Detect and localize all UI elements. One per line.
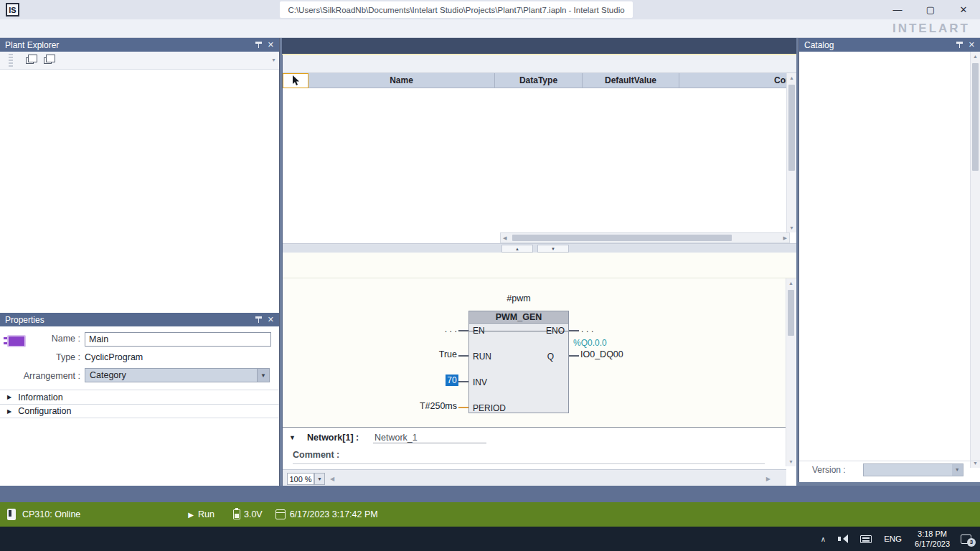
run-state: Run [198,509,215,519]
zoom-dropdown-icon[interactable]: ▼ [314,473,325,485]
title-bar: IS C:\Users\SilkRoadNb\Documents\Intelar… [0,0,980,19]
scroll-up-icon[interactable]: ▲ [786,278,796,288]
scroll-up-icon[interactable]: ▲ [971,52,980,61]
scroll-left-icon[interactable]: ◀ [503,235,507,241]
overflow-icon[interactable]: ▼ [271,57,276,62]
scroll-up-icon[interactable]: ▲ [787,73,796,83]
pwm-gen-block[interactable]: PWM_GEN EN RUN INV PERIOD ENO Q [468,311,569,413]
table-hscrollbar[interactable]: ◀ ▶ [500,232,790,243]
type-label: Type : [0,352,80,362]
select-mode-cell[interactable] [283,73,308,88]
project-tree [0,70,279,313]
pin-eno: ENO [546,326,565,336]
notification-icon[interactable]: 3 [961,534,971,544]
run-operand[interactable]: True [423,349,457,359]
section-information[interactable]: ▶Information [0,390,279,404]
scroll-left-icon[interactable]: ◀ [330,476,334,482]
catalog-scrollbar[interactable]: ▲ ▼ [970,52,980,468]
collapse-windows-icon[interactable] [44,57,52,64]
fbd-scrollbar[interactable]: ▲ ▼ [786,278,796,466]
eno-wire [569,330,579,331]
column-header-default[interactable]: DefaultValue [583,73,679,88]
document-tabstrip [282,38,796,54]
pin-q: Q [547,352,554,362]
pin-icon[interactable] [255,316,262,324]
comment-label: Comment : [293,450,339,460]
q-wire [569,355,579,357]
comment-field[interactable] [293,463,765,464]
network-name-field[interactable]: Network_1 [373,433,486,443]
section-label: Information [18,392,63,402]
windows-taskbar: ∧ ENG 3:18 PM6/17/2023 3 [0,527,980,551]
network-title: Network[1] : [307,433,359,443]
scroll-down-icon[interactable]: ▼ [787,223,796,232]
volume-icon[interactable] [838,534,849,543]
close-icon[interactable]: ✕ [268,315,274,324]
pin-icon[interactable] [956,42,963,49]
inv-operand[interactable]: 70 [446,375,458,386]
q-operand[interactable]: IO0_DQ00 [580,349,638,359]
column-header-name[interactable]: Name [308,73,495,88]
close-icon[interactable]: ✕ [268,40,274,50]
zoom-level[interactable]: 100 % [287,473,314,485]
name-field[interactable]: Main [85,332,271,347]
chevron-down-icon[interactable]: ▼ [257,369,269,382]
pin-period: PERIOD [473,403,506,413]
network-collapse-icon[interactable]: ▼ [289,434,296,441]
chevron-right-icon[interactable]: ▶ [7,394,11,400]
version-select[interactable]: ▼ [863,463,963,476]
brand-watermark: INTELART [892,22,970,36]
column-header-comment[interactable]: Comment [679,73,787,88]
column-header-datatype[interactable]: DataType [495,73,583,88]
panel-title: Plant Explorer [5,40,59,50]
clock[interactable]: 3:18 PM6/17/2023 [915,529,950,550]
pin-icon[interactable] [255,42,262,49]
section-label: Configuration [18,406,71,416]
splitter-up-button[interactable]: ▲ [501,245,533,253]
tray-chevron-icon[interactable]: ∧ [821,535,826,543]
section-configuration[interactable]: ▶Configuration [0,404,279,418]
table-scrollbar[interactable]: ▲ ▼ [786,73,796,232]
q-address: %Q0.0.0 [573,338,607,348]
pane-splitter[interactable]: ▲ ▼ [283,243,796,253]
panel-title: Catalog [804,40,834,50]
block-instance-name[interactable]: #pwm [468,293,569,303]
close-icon[interactable]: ✕ [969,40,975,50]
fbd-canvas[interactable]: #pwm PWM_GEN EN RUN INV PERIOD ENO Q . .… [283,278,786,427]
period-operand[interactable]: T#250ms [410,401,457,411]
inv-wire [458,381,468,382]
expand-windows-icon[interactable] [26,57,34,64]
system-tray: ∧ ENG 3:18 PM6/17/2023 3 [814,529,980,550]
panel-title: Properties [5,315,44,325]
scroll-right-icon[interactable]: ▶ [766,476,771,482]
restore-button[interactable]: ▢ [914,0,947,19]
tagtable-header: Name DataType DefaultValue Comment [283,73,787,88]
fbd-instruction-toolbar [283,253,796,278]
chevron-down-icon: ▼ [952,464,963,476]
notification-badge: 3 [967,538,976,547]
chevron-right-icon[interactable]: ▶ [7,408,11,415]
cursor-arrow-icon [292,75,300,86]
app-logo-icon: IS [6,3,19,17]
window-title: C:\Users\SilkRoadNb\Documents\Intelart S… [280,1,633,18]
pin-run: RUN [473,352,491,362]
main-toolbar [0,19,980,38]
explorer-toolbar: ▼ [0,52,279,70]
catalog-panel: Catalog ✕ ▲ ▼ Version : ▼ [798,38,980,482]
en-operand[interactable]: . . . [426,324,457,334]
splitter-down-button[interactable]: ▼ [537,245,569,253]
input-indicator-icon[interactable] [860,535,872,543]
eno-operand[interactable]: . . . [581,324,612,334]
language-indicator[interactable]: ENG [884,534,902,543]
close-button[interactable]: ✕ [947,0,980,19]
catalog-list: ▲ ▼ Version : ▼ [799,52,980,482]
arrangement-select[interactable]: Category▼ [85,368,270,382]
battery-icon [233,509,240,519]
scroll-right-icon[interactable]: ▶ [783,235,787,241]
version-row: Version : ▼ [799,461,980,478]
scroll-down-icon[interactable]: ▼ [786,457,796,466]
device-datetime: 6/17/2023 3:17:42 PM [290,509,378,519]
minimize-button[interactable]: — [881,0,914,19]
period-wire [458,407,468,408]
editor-statusbar: 100 % ▼ ◀ ▶ [283,469,786,487]
